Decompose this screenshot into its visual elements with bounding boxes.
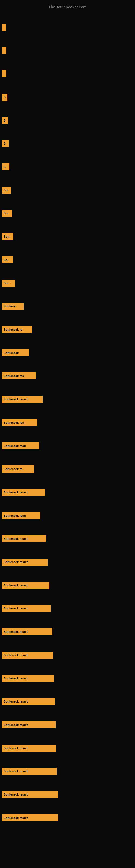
- bar-label-27: Bottleneck result: [3, 653, 28, 657]
- bar-fill-2: [2, 70, 6, 77]
- bars-container: BBBBBoBoBottBoBottBottleneBottleneck reB…: [0, 16, 135, 830]
- bar-row-32: Bottleneck result: [2, 760, 133, 783]
- bar-row-1: [2, 39, 133, 62]
- bar-row-24: Bottleneck result: [2, 574, 133, 597]
- bar-row-27: Bottleneck result: [2, 643, 133, 667]
- bar-row-34: Bottleneck result: [2, 806, 133, 830]
- bar-fill-22: Bottleneck result: [2, 535, 46, 542]
- bar-fill-1: [2, 47, 6, 54]
- bar-fill-0: [2, 24, 6, 31]
- bar-fill-4: B: [2, 117, 8, 124]
- bar-fill-15: Bottleneck res: [2, 372, 36, 379]
- bar-row-29: Bottleneck result: [2, 690, 133, 713]
- bar-row-16: Bottleneck result: [2, 388, 133, 411]
- bar-row-7: Bo: [2, 179, 133, 202]
- bar-fill-20: Bottleneck result: [2, 489, 45, 496]
- bar-label-8: Bo: [3, 212, 8, 215]
- bar-row-5: B: [2, 132, 133, 155]
- bar-label-7: Bo: [3, 188, 8, 192]
- bar-fill-24: Bottleneck result: [2, 582, 49, 589]
- bar-row-28: Bottleneck result: [2, 667, 133, 690]
- bar-row-2: [2, 62, 133, 86]
- bar-row-6: B: [2, 155, 133, 179]
- bar-label-29: Bottleneck result: [3, 700, 28, 703]
- bar-fill-7: Bo: [2, 187, 11, 194]
- bar-label-17: Bottleneck res: [3, 421, 24, 424]
- bar-row-15: Bottleneck res: [2, 365, 133, 388]
- bar-label-21: Bottleneck resu: [3, 514, 26, 517]
- bar-label-10: Bo: [3, 258, 8, 261]
- bar-fill-28: Bottleneck result: [2, 675, 54, 682]
- bar-label-32: Bottleneck result: [3, 770, 28, 773]
- bar-row-3: B: [2, 86, 133, 109]
- bar-label-26: Bottleneck result: [3, 630, 28, 633]
- bar-label-11: Bott: [3, 282, 9, 285]
- bar-label-31: Bottleneck result: [3, 746, 28, 750]
- bar-label-33: Bottleneck result: [3, 793, 28, 796]
- bar-fill-13: Bottleneck re: [2, 326, 32, 333]
- bar-fill-25: Bottleneck result: [2, 605, 51, 612]
- page-wrapper: TheBottlenecker.com BBBBBoBoBottBoBottBo…: [0, 0, 135, 868]
- bar-label-19: Bottleneck re: [3, 467, 22, 471]
- bar-row-11: Bott: [2, 272, 133, 295]
- bar-label-12: Bottlene: [3, 305, 15, 308]
- bar-fill-21: Bottleneck resu: [2, 512, 41, 519]
- bar-fill-6: B: [2, 163, 9, 170]
- bar-label-13: Bottleneck re: [3, 328, 22, 331]
- bar-fill-23: Bottleneck result: [2, 558, 48, 565]
- bar-label-28: Bottleneck result: [3, 677, 28, 680]
- bar-label-9: Bott: [3, 235, 9, 238]
- bar-fill-9: Bott: [2, 233, 13, 240]
- bar-row-22: Bottleneck result: [2, 527, 133, 550]
- bar-fill-8: Bo: [2, 210, 12, 217]
- bar-row-12: Bottlene: [2, 294, 133, 318]
- bar-row-26: Bottleneck result: [2, 620, 133, 643]
- bar-label-6: B: [3, 165, 6, 168]
- bar-fill-3: B: [2, 94, 7, 101]
- bar-row-21: Bottleneck resu: [2, 504, 133, 527]
- bar-fill-30: Bottleneck result: [2, 721, 56, 728]
- bar-row-14: Bottleneck: [2, 341, 133, 365]
- bar-row-25: Bottleneck result: [2, 597, 133, 620]
- bar-label-16: Bottleneck result: [3, 398, 28, 401]
- bar-row-23: Bottleneck result: [2, 550, 133, 574]
- bar-label-34: Bottleneck result: [3, 816, 28, 819]
- bar-fill-34: Bottleneck result: [2, 814, 58, 822]
- bar-fill-33: Bottleneck result: [2, 791, 57, 798]
- bar-fill-26: Bottleneck result: [2, 628, 52, 635]
- bar-row-8: Bo: [2, 202, 133, 225]
- bar-row-18: Bottleneck resu: [2, 434, 133, 458]
- bar-row-0: [2, 16, 133, 39]
- bar-fill-32: Bottleneck result: [2, 768, 57, 775]
- bar-fill-12: Bottlene: [2, 303, 24, 310]
- bar-fill-5: B: [2, 140, 9, 147]
- bar-label-15: Bottleneck res: [3, 374, 24, 378]
- bar-row-13: Bottleneck re: [2, 318, 133, 341]
- site-title: TheBottlenecker.com: [0, 3, 135, 10]
- bar-label-18: Bottleneck resu: [3, 444, 26, 447]
- bar-row-19: Bottleneck re: [2, 457, 133, 480]
- bar-label-30: Bottleneck result: [3, 723, 28, 726]
- bar-fill-31: Bottleneck result: [2, 745, 56, 752]
- bar-fill-16: Bottleneck result: [2, 396, 43, 403]
- bar-row-20: Bottleneck result: [2, 480, 133, 504]
- bar-label-3: B: [3, 95, 6, 99]
- bar-label-25: Bottleneck result: [3, 607, 28, 610]
- bar-row-9: Bott: [2, 225, 133, 248]
- bar-label-24: Bottleneck result: [3, 584, 28, 587]
- bar-label-5: B: [3, 142, 6, 145]
- bar-fill-14: Bottleneck: [2, 349, 29, 356]
- bar-label-4: B: [3, 119, 6, 122]
- bar-row-31: Bottleneck result: [2, 737, 133, 760]
- bar-label-23: Bottleneck result: [3, 560, 28, 564]
- bar-label-22: Bottleneck result: [3, 537, 28, 540]
- bar-fill-11: Bott: [2, 280, 15, 287]
- bar-fill-17: Bottleneck res: [2, 419, 37, 426]
- bar-fill-18: Bottleneck resu: [2, 442, 39, 450]
- bar-row-17: Bottleneck res: [2, 411, 133, 434]
- bar-row-30: Bottleneck result: [2, 713, 133, 737]
- bar-label-14: Bottleneck: [3, 351, 18, 354]
- bar-row-10: Bo: [2, 248, 133, 272]
- bar-row-4: B: [2, 109, 133, 132]
- bar-fill-29: Bottleneck result: [2, 698, 55, 705]
